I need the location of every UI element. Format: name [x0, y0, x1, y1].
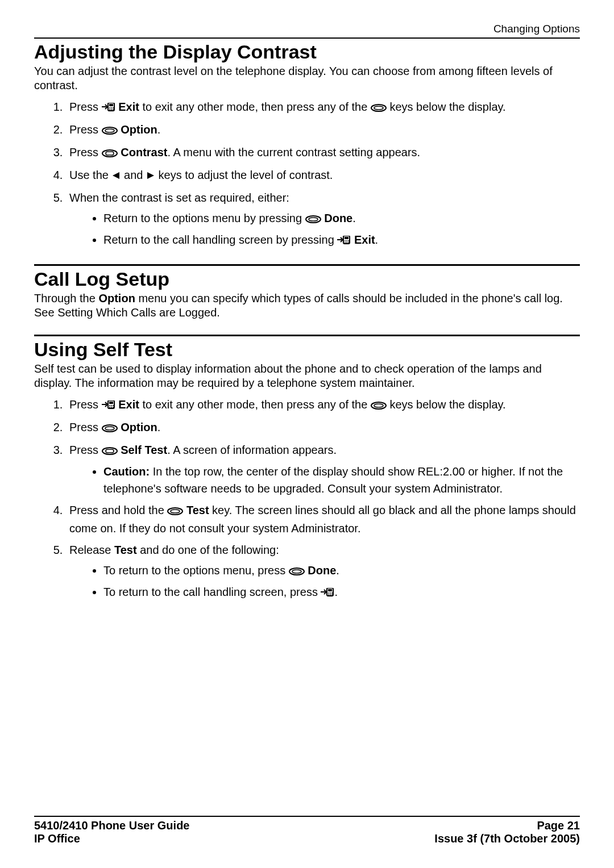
contrast-label: Contrast [121, 146, 167, 158]
section-title-using-self-test: Using Self Test [34, 339, 580, 361]
step-5-bullet-2: Return to the call handling screen by pr… [103, 231, 580, 249]
self-test-label: Self Test [121, 444, 167, 456]
footer-right-2: Issue 3f (7th October 2005) [434, 832, 580, 845]
step-text: Press [69, 146, 102, 158]
steps-adjusting-contrast: Press Exit to exit any other mode, then … [34, 98, 580, 249]
bullet-text: . [336, 564, 339, 577]
page-footer: 5410/2410 Phone User Guide Page 21 IP Of… [34, 816, 580, 845]
step-1: Press Exit to exit any other mode, then … [66, 396, 580, 414]
section-title-call-log-setup: Call Log Setup [34, 268, 580, 290]
section-rule [34, 335, 580, 336]
step-text: Use the [69, 169, 111, 181]
done-label: Done [324, 212, 352, 224]
step-5-bullets: To return to the options menu, press Don… [69, 562, 580, 602]
step-text: . [157, 123, 161, 136]
step-2: Press Option. [66, 121, 580, 139]
footer-left-1: 5410/2410 Phone User Guide [34, 819, 189, 832]
softkey-icon [371, 397, 387, 414]
softkey-icon [371, 99, 387, 116]
bullet-text: . [334, 586, 338, 598]
footer-left-2: IP Office [34, 832, 80, 845]
bullet-text: Return to the call handling screen by pr… [103, 233, 337, 246]
step-3: Press Self Test. A screen of information… [66, 441, 580, 497]
text: Through the [34, 292, 98, 304]
done-label: Done [308, 564, 336, 577]
step-text: Press [69, 444, 102, 456]
exit-icon [102, 99, 115, 116]
step-text: . A menu with the current contrast setti… [167, 146, 420, 158]
header-rule [34, 37, 580, 39]
option-label: Option [121, 123, 157, 136]
step-2: Press Option. [66, 419, 580, 437]
feature-key-icon [102, 145, 118, 162]
step-text: to exit any other mode, then press any o… [143, 398, 371, 411]
step-text: keys below the display. [389, 398, 505, 411]
section-intro-using-self-test: Self test can be used to display informa… [34, 362, 580, 390]
option-label: Option [98, 292, 135, 304]
step-text: . [157, 421, 161, 433]
step-text: . A screen of information appears. [167, 444, 337, 456]
section-title-adjusting-contrast: Adjusting the Display Contrast [34, 41, 580, 63]
exit-label: Exit [118, 101, 139, 113]
option-label: Option [121, 421, 157, 433]
step-text: When the contrast is set as required, ei… [69, 191, 289, 204]
step-3-bullets: Caution: In the top row, the center of t… [69, 463, 580, 497]
section-body-call-log-setup: Through the Option menu you can specify … [34, 291, 580, 320]
step-text: keys to adjust the level of contrast. [159, 169, 333, 181]
step-text: keys below the display. [389, 101, 505, 113]
step-text: Release [69, 544, 114, 556]
step-3: Press Contrast. A menu with the current … [66, 144, 580, 162]
step-text: Press [69, 123, 102, 136]
bullet-text: . [352, 212, 356, 224]
step-4: Press and hold the Test key. The screen … [66, 502, 580, 537]
steps-using-self-test: Press Exit to exit any other mode, then … [34, 396, 580, 602]
step-3-bullet-1: Caution: In the top row, the center of t… [103, 463, 580, 497]
step-text: to exit any other mode, then press any o… [143, 101, 371, 113]
exit-label: Exit [354, 233, 375, 246]
softkey-icon [102, 420, 118, 437]
footer-rule [34, 816, 580, 817]
bullet-text: In the top row, the center of the displa… [103, 465, 563, 495]
softkey-icon [167, 503, 183, 520]
step-text: Press [69, 101, 102, 113]
exit-icon [337, 232, 351, 249]
step-5-bullets: Return to the options menu by pressing D… [69, 210, 580, 249]
section-intro-adjusting-contrast: You can adjust the contrast level on the… [34, 64, 580, 93]
bullet-text: Return to the options menu by pressing [103, 212, 305, 224]
exit-icon [321, 585, 334, 602]
step-text: and [124, 169, 146, 181]
right-arrow-icon [146, 168, 155, 185]
softkey-icon [305, 211, 321, 228]
step-5-bullet-1: Return to the options menu by pressing D… [103, 210, 580, 228]
exit-label: Exit [118, 398, 139, 411]
softkey-icon [102, 122, 118, 139]
feature-key-icon [102, 443, 118, 460]
exit-icon [102, 397, 115, 414]
test-label: Test [186, 504, 209, 516]
bullet-text: . [375, 233, 379, 246]
step-text: and do one of the following: [137, 544, 279, 556]
step-4: Use the and keys to adjust the level of … [66, 166, 580, 185]
step-1: Press Exit to exit any other mode, then … [66, 98, 580, 116]
step-text: Press and hold the [69, 504, 167, 516]
footer-right-1: Page 21 [537, 819, 580, 832]
step-5-bullet-1: To return to the options menu, press Don… [103, 562, 580, 580]
step-5-bullet-2: To return to the call handling screen, p… [103, 583, 580, 602]
bullet-text: To return to the call handling screen, p… [103, 586, 321, 598]
softkey-icon [289, 563, 305, 580]
step-5: Release Test and do one of the following… [66, 541, 580, 602]
step-5: When the contrast is set as required, ei… [66, 189, 580, 249]
left-arrow-icon [111, 168, 121, 185]
test-label: Test [114, 544, 137, 556]
step-text: Press [69, 398, 102, 411]
step-text: Press [69, 421, 102, 433]
page-header-right: Changing Options [34, 23, 580, 37]
caution-label: Caution: [103, 465, 150, 478]
bullet-text: To return to the options menu, press [103, 564, 289, 577]
section-rule [34, 264, 580, 266]
